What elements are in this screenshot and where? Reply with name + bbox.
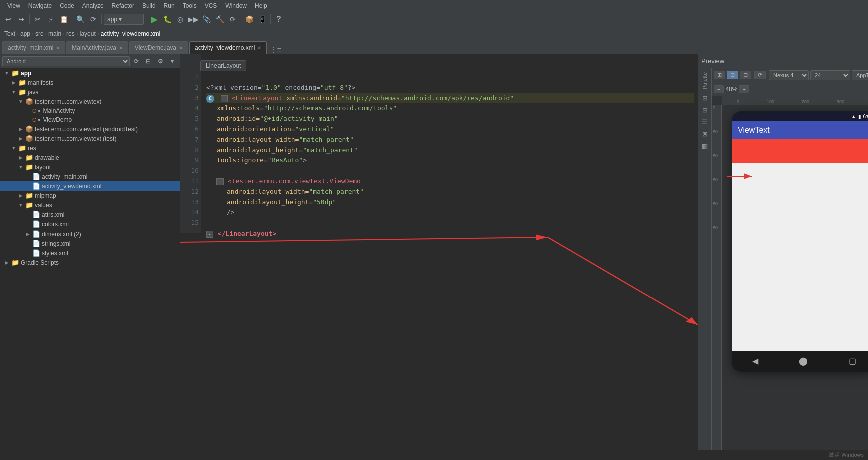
tree-item-mainactivity[interactable]: ▶ C ● MainActivity [0,106,180,115]
sync-button[interactable]: ⟳ [227,13,239,25]
tree-item-strings[interactable]: ▶ 📄 strings.xml [0,239,180,248]
tree-item-layout[interactable]: ▼ 📁 layout [0,162,180,172]
palette-btn-1[interactable]: ⊞ [699,92,710,103]
avd-button[interactable]: 📱 [256,13,268,25]
menu-analyze[interactable]: Analyze [79,1,107,10]
palette-btn-5[interactable]: ▥ [699,140,710,151]
preview-orient-btn[interactable]: ⟳ [754,71,766,79]
profile-button[interactable]: ▶▶ [187,13,199,25]
palette-btn-3[interactable]: ☰ [699,116,710,127]
zoom-out-btn[interactable]: − [714,85,724,93]
sidebar-more-btn[interactable]: ▾ [167,56,178,67]
breadcrumb-res[interactable]: res [66,30,75,37]
help-button[interactable]: ? [273,13,285,25]
run-button[interactable]: ▶ [148,13,160,25]
zoom-in-btn[interactable]: + [739,85,749,93]
tree-item-test[interactable]: ▶ 📦 tester.ermu.com.viewtext (test) [0,134,180,143]
debug-button[interactable]: 🐛 [161,13,173,25]
tree-arrow-androidtest: ▶ [18,126,24,132]
menu-help[interactable]: Help [252,1,270,10]
fold-btn-linearlayout[interactable]: - [221,95,228,102]
paste-button[interactable]: 📋 [58,13,70,25]
tree-item-app[interactable]: ▼ 📁 app [0,68,180,78]
fold-btn-close[interactable]: - [206,231,213,238]
java-icon-ma: C [32,108,36,114]
coverage-button[interactable]: ◎ [174,13,186,25]
editor-line-12: android:layout_height="50dp" [206,197,694,208]
menu-build[interactable]: Build [139,1,159,10]
tree-item-values[interactable]: ▼ 📁 values [0,200,180,210]
tree-item-res[interactable]: ▼ 📁 res [0,143,180,153]
menu-view[interactable]: View [4,1,23,10]
tab-activity-main-close[interactable]: ✕ [56,45,60,51]
line-num-12: 12 [182,187,199,197]
run-config-dropdown[interactable]: Nexus 4 app ▾ [104,14,144,25]
build-button[interactable]: 🔨 [213,13,226,25]
tree-item-dimens[interactable]: ▶ 📄 dimens.xml (2) [0,229,180,239]
menu-refactor[interactable]: Refactor [109,1,137,10]
xml-icon-styles: 📄 [32,249,40,257]
replace-button[interactable]: ⟳ [87,13,99,25]
tree-item-styles[interactable]: ▶ 📄 styles.xml [0,248,180,258]
sidebar-settings-btn[interactable]: ⚙ [155,56,166,67]
fold-btn-viewdemo[interactable]: - [216,178,224,185]
tab-viewdemo-close[interactable]: ✕ [179,45,183,51]
tab-activity-viewdemo[interactable]: activity_viewdemo.xml ✕ [189,41,267,54]
menu-tools[interactable]: Tools [180,1,200,10]
editor-content[interactable]: <?xml version="1.0" encoding="utf-8"?> C… [180,54,698,460]
breadcrumb-text[interactable]: Text [4,30,15,37]
sidebar-collapse-btn[interactable]: ⊟ [143,56,154,67]
recent-btn[interactable]: ▢ [849,356,856,366]
tab-mainactivity[interactable]: MainActivity.java ✕ [66,41,128,54]
tree-item-manifests[interactable]: ▶ 📁 manifests [0,78,180,87]
sidebar-sync-btn[interactable]: ⟳ [131,56,142,67]
breadcrumb-layout[interactable]: layout [80,30,96,37]
home-btn[interactable]: ⬤ [799,356,808,366]
tree-item-viewdemo[interactable]: ▶ C ● ViewDemo [0,115,180,124]
tab-activity-viewdemo-close[interactable]: ✕ [257,45,261,51]
api-dropdown[interactable]: 24 [810,70,850,80]
breadcrumb-main[interactable]: main [48,30,61,37]
tree-item-package-main[interactable]: ▼ 📦 tester.ermu.com.viewtext [0,97,180,106]
tab-mainactivity-close[interactable]: ✕ [119,45,123,51]
find-button[interactable]: 🔍 [74,13,86,25]
breadcrumb-src[interactable]: src [35,30,43,37]
tab-activity-main[interactable]: activity_main.xml ✕ [2,41,65,54]
palette-btn-4[interactable]: ⊠ [699,128,710,139]
sidebar-view-dropdown[interactable]: Android [2,56,130,66]
cut-button[interactable]: ✂ [32,13,44,25]
tree-item-activity-main-xml[interactable]: ▶ 📄 activity_main.xml [0,172,180,181]
tree-item-gradle[interactable]: ▶ 📁 Gradle Scripts [0,258,180,267]
breadcrumb-file[interactable]: activity_viewdemo.xml [101,30,160,37]
menu-vcs[interactable]: VCS [202,1,221,10]
tree-item-mipmap[interactable]: ▶ 📁 mipmap [0,191,180,200]
tree-item-activity-viewdemo-xml[interactable]: ▶ 📄 activity_viewdemo.xml [0,181,180,191]
redo-button[interactable]: ↪ [15,13,27,25]
attach-button[interactable]: 📎 [200,13,212,25]
more-tabs-button[interactable]: ⋮≡ [270,46,281,54]
copy-button[interactable]: ⎘ [45,13,57,25]
tree-label-test: tester.ermu.com.viewtext (test) [35,135,116,142]
palette-btn-2[interactable]: ⊟ [699,104,710,115]
menu-run[interactable]: Run [161,1,178,10]
breadcrumb-app[interactable]: app [20,30,30,37]
preview-design-btn[interactable]: ⊡ [727,71,738,79]
theme-dropdown[interactable]: AppTheme [852,70,868,80]
back-btn[interactable]: ◀ [752,356,758,366]
layout-tag[interactable]: LinearLayout [200,60,246,71]
menu-code[interactable]: Code [57,1,77,10]
device-dropdown[interactable]: Nexus 4 [769,70,809,80]
tree-item-attrs[interactable]: ▶ 📄 attrs.xml [0,210,180,219]
val-layout-height: "match_parent" [303,146,358,154]
tree-item-drawable[interactable]: ▶ 📁 drawable [0,153,180,162]
sdk-manager-button[interactable]: 📦 [243,13,255,25]
tree-item-androidtest[interactable]: ▶ 📦 tester.ermu.com.viewtext (androidTes… [0,124,180,134]
undo-button[interactable]: ↩ [2,13,14,25]
menu-window[interactable]: Window [222,1,250,10]
preview-layout-btn[interactable]: ⊞ [714,71,725,79]
tree-item-colors[interactable]: ▶ 📄 colors.xml [0,219,180,229]
tab-viewdemo[interactable]: ViewDemo.java ✕ [129,41,188,54]
tree-item-java[interactable]: ▼ 📁 java [0,87,180,97]
preview-blueprint-btn[interactable]: ⊟ [740,71,751,79]
menu-navigate[interactable]: Navigate [25,1,55,10]
